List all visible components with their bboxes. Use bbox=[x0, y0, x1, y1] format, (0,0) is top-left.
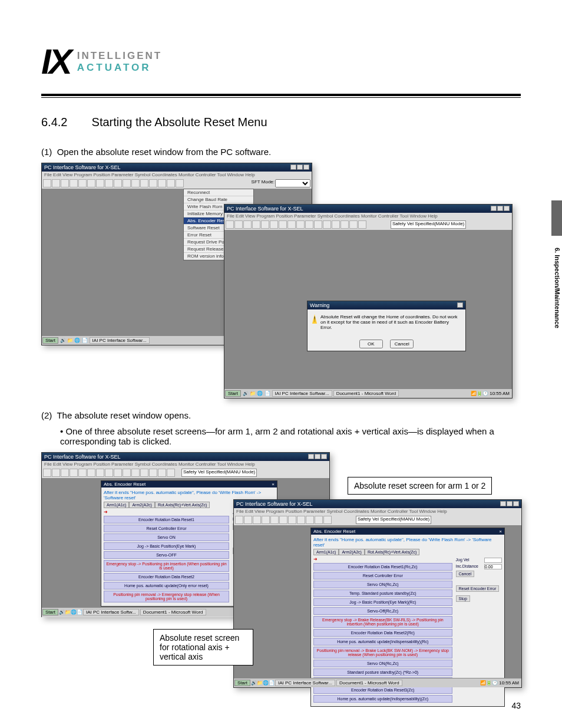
reset-step-button[interactable]: Positioning pin removal -> Emergency sto… bbox=[104, 591, 229, 602]
reset-step-button[interactable]: Emergency stop -> Positioning pin insert… bbox=[104, 560, 229, 572]
reset-step-button[interactable]: Encoder Rotation Data Reset1 bbox=[104, 516, 229, 523]
dialog-title: Warning bbox=[310, 302, 329, 308]
window-abs-reset-rot: PC Interface Software for X-SEL File Edi… bbox=[233, 499, 522, 688]
brand-logo: IX INTELLIGENT ACTUATOR bbox=[41, 41, 521, 82]
warning-dialog: Warning ! Absolute Reset will change the… bbox=[307, 301, 466, 351]
toolbar[interactable]: SFT Mode: bbox=[42, 178, 312, 189]
sft-mode-select[interactable] bbox=[275, 179, 310, 187]
logo-ix-icon: IX bbox=[41, 41, 70, 82]
minimize-icon bbox=[290, 164, 296, 170]
tab-arm2[interactable]: Arm2(A2c) bbox=[129, 502, 154, 508]
warning-text: Absolute Reset will change the Home of c… bbox=[320, 314, 461, 330]
heading-title: Starting the Absolute Reset Menu bbox=[92, 116, 267, 129]
reset-step-button[interactable]: Jog -> Basic Position(Eye Mark) bbox=[104, 542, 229, 550]
reset-encoder-error-button[interactable]: Reset Encoder Error bbox=[456, 585, 500, 592]
step-1: (1) Open the absolute reset window from … bbox=[41, 147, 521, 157]
start-button[interactable]: Start bbox=[42, 337, 58, 344]
start-button[interactable]: Start bbox=[225, 390, 241, 397]
section-heading: 6.4.2 Starting the Absolute Reset Menu bbox=[41, 116, 521, 129]
callout-rot-screen: Absolute reset screen for rotational axi… bbox=[153, 629, 253, 666]
window-controls[interactable] bbox=[491, 206, 510, 212]
tab-arm1[interactable]: Arm1(A1c) bbox=[104, 502, 129, 508]
taskbar-item[interactable]: IAI PC Interface Softwar... bbox=[90, 337, 150, 344]
callout-arm-screen: Absolute reset screen for arm 1 or 2 bbox=[348, 477, 492, 495]
page-number: 43 bbox=[511, 701, 521, 710]
close-icon bbox=[303, 164, 309, 170]
menu-item[interactable]: Change Baud Rate bbox=[184, 196, 253, 203]
ok-button[interactable]: OK bbox=[359, 340, 383, 348]
reset-step-button[interactable]: Servo-OFF bbox=[104, 551, 229, 559]
brand-line2: ACTUATOR bbox=[77, 62, 162, 74]
tab-rot-vert[interactable]: Rot.Axis(Rc)+Vert.Axis(Zc) bbox=[155, 502, 210, 508]
window-controls[interactable] bbox=[290, 164, 309, 170]
close-icon[interactable]: × bbox=[272, 482, 275, 487]
sft-mode-label: SFT Mode: bbox=[252, 179, 275, 187]
close-icon[interactable]: × bbox=[499, 529, 502, 534]
cancel-button[interactable]: Cancel bbox=[390, 340, 414, 348]
reset-step-button[interactable]: Encoder Rotation Data Reset2 bbox=[104, 573, 229, 581]
safety-vel-select[interactable]: Safety Vel Specified(MANU Mode) bbox=[391, 220, 466, 229]
warning-icon: ! bbox=[312, 314, 317, 324]
window-pc-software-warning: PC Interface Software for X-SEL File Edi… bbox=[224, 204, 513, 398]
step-2-bullet: • One of three absolute reset screens—fo… bbox=[60, 426, 521, 446]
menubar[interactable]: File Edit View Program Position Paramete… bbox=[42, 172, 312, 178]
taskbar[interactable]: Start 🔊 📁 🌐 📄 IAI PC Interface Softwar..… bbox=[224, 388, 512, 398]
safety-vel-select[interactable]: Safety Vel Specified(MANU Mode) bbox=[181, 469, 257, 477]
maximize-icon bbox=[297, 164, 303, 170]
reset-step-button[interactable]: Reset Controller Error bbox=[104, 525, 229, 532]
close-icon[interactable] bbox=[457, 302, 463, 308]
menu-item[interactable]: Reconnect bbox=[184, 189, 253, 196]
system-tray: 📶🔋🕐 10:55 AM bbox=[468, 391, 512, 396]
chapter-indicator-block bbox=[551, 200, 562, 236]
titlebar: PC Interface Software for X-SEL bbox=[42, 163, 312, 172]
stop-button[interactable]: Stop bbox=[456, 595, 470, 602]
reset-step-button[interactable]: Servo ON bbox=[104, 533, 229, 541]
chapter-sidebar-label: 6. Inspection/Maintenance bbox=[548, 242, 562, 334]
brand-line1: INTELLIGENT bbox=[77, 50, 162, 62]
reset-step-button[interactable]: Home pos. automatic update(Only error re… bbox=[104, 582, 229, 589]
heading-number: 6.4.2 bbox=[41, 116, 88, 129]
step-2: (2) The absolute reset window opens. bbox=[41, 410, 521, 420]
panel-title: Abs. Encoder Reset bbox=[104, 482, 146, 487]
